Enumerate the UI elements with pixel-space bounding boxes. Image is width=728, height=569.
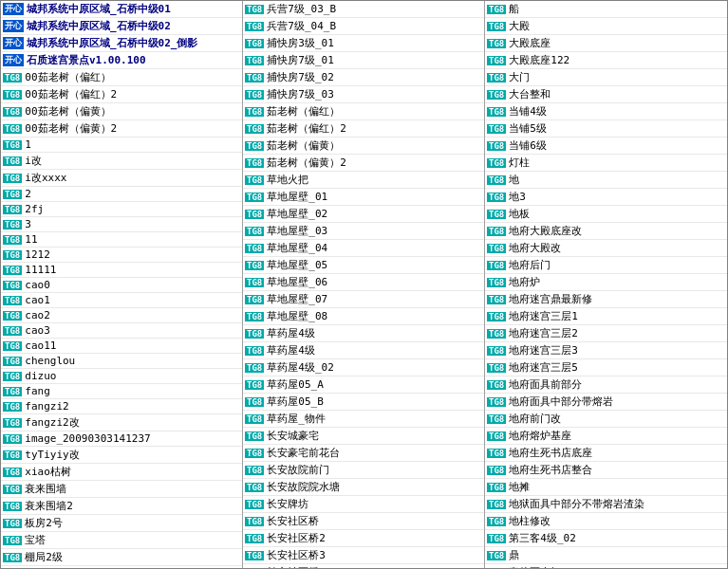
list-item[interactable]: TG8大门 [485,69,727,86]
list-item[interactable]: TG8地摊 [485,479,727,496]
list-item[interactable]: TG8长安社区桥3-1 [243,564,484,568]
list-item[interactable]: TG8当铺5级 [485,120,727,138]
list-item[interactable]: TG8板房2号 [1,515,242,532]
list-item[interactable]: TG81212 [1,248,242,263]
list-item[interactable]: TG8草药屋05_B [243,394,484,411]
list-item[interactable]: TG8cao0 [1,278,242,293]
list-item[interactable]: TG8大台整和 [485,86,727,103]
list-item[interactable]: TG8茹老树（偏黄）2 [243,155,484,172]
list-item[interactable]: TG8草药屋05_A [243,376,484,394]
list-item[interactable]: TG8茹老树（偏红） [243,103,484,120]
list-item[interactable]: TG8毒片区火把 [485,564,727,568]
list-item[interactable]: TG800茹老树（偏红） [1,69,242,86]
list-item[interactable]: TG8兵营7级_04_B [243,18,484,35]
list-item[interactable]: 开心城邦系统中原区域_石桥中级02 [1,18,242,35]
list-item[interactable]: TG8长安故院前门 [243,462,484,479]
list-item[interactable]: TG8地府炉 [485,274,727,291]
list-item[interactable]: TG8地府迷宫鼎最新修 [485,291,727,308]
list-item[interactable]: TG8捕快房7级_03 [243,86,484,103]
list-item[interactable]: TG8地府大殿改 [485,240,727,257]
list-item[interactable]: TG8地府前门改 [485,411,727,428]
list-item[interactable]: TG8dizuo [1,369,242,384]
list-item[interactable]: TG8草地屋壁_03 [243,223,484,240]
list-item[interactable]: TG8fangzi2 [1,399,242,414]
list-item[interactable]: TG82 [1,187,242,202]
list-item[interactable]: TG8草地火把 [243,172,484,189]
list-item[interactable]: TG8tyTiyiy改 [1,447,242,464]
list-item[interactable]: TG8地府面具中部分带熔岩 [485,394,727,411]
list-item[interactable]: TG8草地屋壁_05 [243,257,484,274]
list-item[interactable]: TG81 [1,138,242,153]
list-item[interactable]: TG8鼎 [485,547,727,564]
list-item[interactable]: TG800茹老树（偏黄） [1,103,242,120]
list-item[interactable]: TG8cao1 [1,293,242,308]
list-item[interactable]: TG8衰来围墙2 [1,498,242,515]
list-item[interactable]: TG8草药屋4级 [243,342,484,359]
list-item[interactable]: TG8草地屋壁_07 [243,291,484,308]
list-item[interactable]: TG800茹老树（偏红）2 [1,86,242,103]
list-item[interactable]: TG8第三客4级_02 [485,530,727,547]
list-item[interactable]: TG8长安社区桥2 [243,530,484,547]
list-item[interactable]: TG8地 [485,172,727,189]
list-item[interactable]: TG8fangzi2改 [1,414,242,431]
list-item[interactable]: TG8草药屋4级 [243,325,484,342]
list-item[interactable]: TG8大殿 [485,18,727,35]
list-item[interactable]: TG8捕快房7级_02 [243,69,484,86]
list-item[interactable]: TG8草地屋壁_08 [243,308,484,325]
list-item[interactable]: TG8地府熔炉基座 [485,428,727,445]
list-item[interactable]: TG8xiao枯树 [1,464,242,481]
list-item[interactable]: TG8地狱面具中部分不带熔岩渣染 [485,496,727,513]
list-item[interactable]: TG8棚局3级_1 [1,566,242,568]
list-item[interactable]: TG8大殿底座 [485,35,727,52]
list-item[interactable]: TG8草地屋壁_02 [243,206,484,223]
list-item[interactable]: TG8长安故院院水塘 [243,479,484,496]
list-item[interactable]: TG8i改xxxx [1,170,242,187]
list-item[interactable]: TG8cao2 [1,308,242,323]
list-item[interactable]: TG8地府大殿底座改 [485,223,727,240]
list-item[interactable]: TG8草地屋壁_04 [243,240,484,257]
list-item[interactable]: TG8地府后门 [485,257,727,274]
list-item[interactable]: TG8草药屋4级_02 [243,359,484,376]
list-item[interactable]: TG8地府生死书店底座 [485,445,727,462]
list-item[interactable]: TG8地府迷宫三层1 [485,308,727,325]
list-item[interactable]: TG8当铺4级 [485,103,727,120]
list-item[interactable]: 开心城邦系统中原区域_石桥中级01 [1,1,242,18]
list-item[interactable]: TG8长安城豪宅 [243,428,484,445]
list-item[interactable]: TG8草地屋壁_06 [243,274,484,291]
list-item[interactable]: TG8image_20090303141237 [1,431,242,447]
list-item[interactable]: TG8草地屋壁_01 [243,189,484,206]
list-item[interactable]: TG8捕快房3级_01 [243,35,484,52]
list-item[interactable]: TG8当铺6级 [485,138,727,155]
list-item[interactable]: 开心城邦系统中原区域_石桥中级02_倒影 [1,35,242,52]
list-item[interactable]: TG8草药屋_物件 [243,411,484,428]
list-item[interactable]: TG8茹老树（偏黄） [243,138,484,155]
list-item[interactable]: TG8长安社区桥 [243,513,484,530]
list-item[interactable]: TG811111 [1,263,242,278]
list-item[interactable]: TG83 [1,217,242,232]
list-item[interactable]: TG8地3 [485,189,727,206]
list-item[interactable]: TG8长安牌坊 [243,496,484,513]
list-item[interactable]: TG8茹老树（偏红）2 [243,120,484,138]
list-item[interactable]: TG8chenglou [1,354,242,369]
list-item[interactable]: TG8地府生死书店整合 [485,462,727,479]
list-item[interactable]: TG8船 [485,1,727,18]
list-item[interactable]: TG8地府迷宫三层2 [485,325,727,342]
list-item[interactable]: TG8地府面具前部分 [485,376,727,394]
list-item[interactable]: TG8捕快房7级_01 [243,52,484,69]
list-item[interactable]: TG8长安豪宅前花台 [243,445,484,462]
list-item[interactable]: TG8cao3 [1,323,242,339]
list-item[interactable]: TG8大殿底座122 [485,52,727,69]
list-item[interactable]: TG8i改 [1,153,242,170]
list-item[interactable]: TG8衰来围墙 [1,481,242,498]
list-item[interactable]: TG811 [1,232,242,248]
list-item[interactable]: 开心石质迷宫景点v1.00.100 [1,52,242,69]
list-item[interactable]: TG8灯柱 [485,155,727,172]
list-item[interactable]: TG8地柱修改 [485,513,727,530]
list-item[interactable]: TG8地府迷宫三层3 [485,342,727,359]
list-item[interactable]: TG82fj [1,202,242,217]
list-item[interactable]: TG8cao11 [1,339,242,354]
list-item[interactable]: TG8兵营7级_03_B [243,1,484,18]
list-item[interactable]: TG8fang [1,384,242,399]
list-item[interactable]: TG8棚局2级 [1,549,242,566]
list-item[interactable]: TG8地府迷宫三层5 [485,359,727,376]
